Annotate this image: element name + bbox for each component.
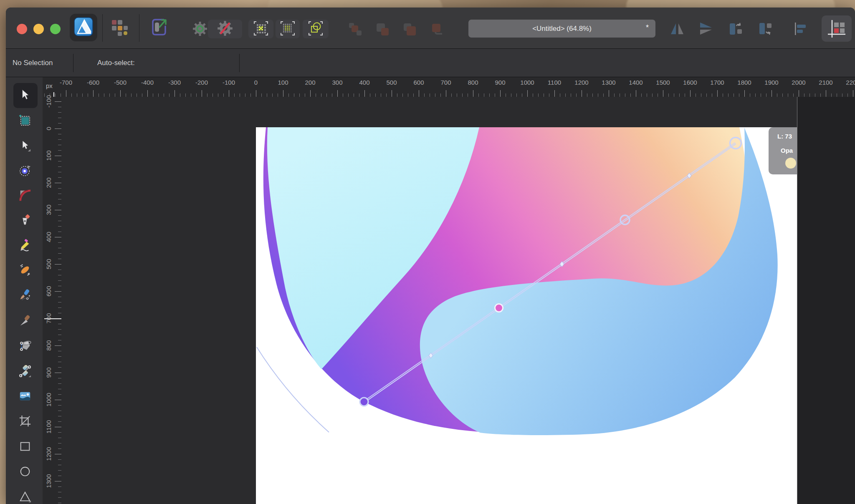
- ruler-label: 1000: [520, 79, 534, 86]
- back-one-button[interactable]: [374, 21, 391, 38]
- ruler-label: -600: [87, 79, 99, 86]
- ruler-label: 1200: [45, 447, 52, 461]
- titlebar: <Untitled> (64.8%) *: [6, 8, 855, 49]
- snap-to-pixel-button[interactable]: [276, 20, 300, 38]
- flip-vertical-icon: [698, 21, 713, 37]
- rectangle-icon: [19, 440, 31, 453]
- artboard-icon: [19, 114, 31, 127]
- modified-indicator: *: [646, 23, 649, 32]
- vector-crop-tool[interactable]: [18, 414, 32, 428]
- close-window-button[interactable]: [17, 24, 27, 34]
- document-canvas[interactable]: [61, 97, 855, 504]
- back-one-icon: [375, 22, 390, 37]
- ruler-label: -700: [60, 79, 72, 86]
- snap-to-grid-button[interactable]: [248, 20, 273, 38]
- pencil-icon: [19, 239, 31, 252]
- main-area: px -700-600-500-400-300-200-100010020030…: [6, 77, 855, 504]
- corner-tool[interactable]: [18, 189, 32, 202]
- canvas-viewport[interactable]: L: 73 Opa: [61, 97, 855, 504]
- pixel-persona-button[interactable]: [110, 20, 129, 37]
- ruler-label: 900: [495, 79, 505, 86]
- snap-pixels-icon: [279, 20, 296, 38]
- snapping-toggle-button[interactable]: [208, 20, 242, 38]
- ruler-label: 500: [386, 79, 397, 86]
- ruler-label: -500: [114, 79, 126, 86]
- pen-tool[interactable]: [18, 214, 32, 227]
- triangle-tool[interactable]: [18, 490, 32, 503]
- snapping-settings-button[interactable]: [192, 21, 208, 38]
- ellipse-icon: [19, 465, 31, 478]
- point-transform-tool[interactable]: [18, 164, 32, 177]
- flip-horizontal-icon: [670, 21, 685, 37]
- flip-horizontal-button[interactable]: [669, 20, 685, 38]
- auto-select-label: Auto-select:: [97, 49, 135, 77]
- persona-grid-icon: [111, 20, 128, 38]
- snap-to-object-button[interactable]: [303, 20, 329, 38]
- vector-brush-tool[interactable]: [18, 263, 32, 277]
- ruler-label: -400: [141, 79, 154, 86]
- alignment-button[interactable]: [792, 20, 808, 38]
- ruler-label: 900: [45, 367, 52, 378]
- ruler-label: 1500: [656, 79, 670, 86]
- toggle-rulers-button[interactable]: [822, 15, 852, 42]
- ruler-label: 600: [45, 286, 52, 296]
- gradient-stop-mid-pink[interactable]: [495, 304, 503, 312]
- move-to-front-button[interactable]: [429, 21, 445, 38]
- ruler-label: 700: [440, 79, 451, 86]
- ruler-label: 300: [45, 204, 52, 215]
- artboard-tool[interactable]: [18, 114, 32, 127]
- flood-fill-tool[interactable]: [18, 339, 32, 353]
- ruler-label: 1200: [574, 79, 588, 86]
- designer-persona-button[interactable]: [70, 14, 97, 41]
- align-left-icon: [792, 21, 807, 37]
- knife-tool[interactable]: [18, 314, 32, 328]
- gradient-icon: [19, 365, 31, 378]
- node-tool[interactable]: [18, 139, 32, 152]
- context-separator: [239, 54, 240, 72]
- ruler-label: 400: [359, 79, 369, 86]
- rotate-cw-icon: [758, 21, 773, 37]
- ruler-label: 1900: [764, 79, 778, 86]
- tooltip-lightness-value: L: 73: [777, 133, 792, 140]
- fill-gradient-tool[interactable]: [18, 365, 32, 378]
- gear-icon: [192, 20, 208, 39]
- forward-one-button[interactable]: [402, 21, 418, 38]
- rectangle-tool[interactable]: [18, 440, 32, 453]
- selection-status: No Selection: [13, 49, 53, 77]
- rotate-counterclockwise-button[interactable]: [728, 20, 744, 38]
- rotate-clockwise-button[interactable]: [757, 20, 773, 38]
- pasteboard-right-edge: [797, 97, 855, 504]
- pencil-tool[interactable]: [18, 239, 32, 252]
- ruler-label: 100: [278, 79, 288, 86]
- vertical-ruler[interactable]: -100010020030040050060070080090010001100…: [43, 97, 61, 504]
- ruler-label: 200: [45, 177, 52, 188]
- ruler-label: -300: [168, 79, 181, 86]
- crop-icon: [19, 415, 31, 427]
- ruler-label: 100: [45, 150, 52, 161]
- horizontal-ruler[interactable]: px -700-600-500-400-300-200-100010020030…: [43, 77, 855, 97]
- paint-brush-tool[interactable]: [18, 289, 32, 302]
- place-image-tool[interactable]: [18, 389, 32, 403]
- export-persona-icon: [151, 17, 168, 39]
- triangle-icon: [19, 490, 31, 503]
- ellipse-tool[interactable]: [18, 465, 32, 478]
- export-persona-button[interactable]: [151, 18, 168, 38]
- context-toolbar: No Selection ✓ Auto-select: Default ▲▼ D…: [6, 49, 855, 77]
- move-tool[interactable]: [18, 88, 32, 101]
- ruler-label: 1100: [45, 420, 52, 433]
- vector-brush-icon: [19, 264, 31, 276]
- app-window: <Untitled> (64.8%) *: [6, 8, 855, 504]
- move-to-back-button[interactable]: [347, 21, 364, 38]
- flip-vertical-button[interactable]: [698, 20, 714, 38]
- minimize-window-button[interactable]: [33, 24, 44, 34]
- tooltip-color-swatch: [785, 157, 797, 169]
- ruler-label: 0: [45, 127, 52, 130]
- knife-icon: [19, 315, 31, 327]
- corner-icon: [19, 189, 31, 202]
- ruler-label: -100: [45, 95, 52, 108]
- cursor-position-marker-y: [44, 318, 61, 319]
- context-separator: [73, 54, 73, 72]
- zoom-window-button[interactable]: [50, 24, 61, 34]
- gradient-stop-start[interactable]: [360, 398, 368, 406]
- tooltip-opacity-label: Opa: [781, 147, 793, 154]
